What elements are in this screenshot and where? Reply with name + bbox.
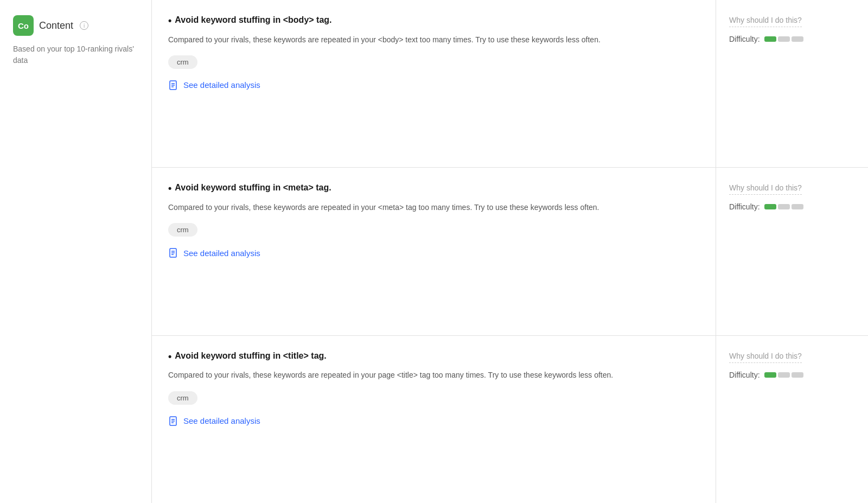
bar-seg-1-meta (764, 204, 776, 209)
issue-title-text-meta: Avoid keyword stuffing in <meta> tag. (175, 183, 331, 193)
content-area: • Avoid keyword stuffing in <body> tag. … (152, 0, 868, 503)
tag-crm-title: crm (168, 391, 197, 405)
issue-title-meta: • Avoid keyword stuffing in <meta> tag. (168, 183, 699, 195)
page-container: Co Content i Based on your top 10-rankin… (0, 0, 868, 503)
bullet-meta: • (168, 183, 171, 195)
difficulty-label-title: Difficulty: (729, 371, 760, 379)
issue-title-text-title: Avoid keyword stuffing in <title> tag. (175, 351, 326, 361)
doc-icon-meta (168, 247, 179, 258)
difficulty-bar-meta (764, 204, 803, 209)
bullet-body: • (168, 15, 171, 27)
row-meta-tag: • Avoid keyword stuffing in <meta> tag. … (152, 168, 868, 335)
sidebar-title: Content (39, 20, 73, 31)
issue-title-body: • Avoid keyword stuffing in <body> tag. (168, 15, 699, 27)
difficulty-label-meta: Difficulty: (729, 202, 760, 211)
bar-seg-1-title (764, 372, 776, 378)
issue-description-body: Compared to your rivals, these keywords … (168, 34, 699, 46)
issue-description-meta: Compared to your rivals, these keywords … (168, 201, 699, 213)
see-analysis-link-body[interactable]: See detailed analysis (168, 80, 260, 91)
main-content-meta: • Avoid keyword stuffing in <meta> tag. … (152, 168, 716, 335)
content-icon: Co (13, 15, 34, 36)
bar-seg-2-meta (778, 204, 790, 209)
tag-crm-body: crm (168, 55, 197, 69)
tags-row-title: crm (168, 391, 699, 405)
difficulty-label-body: Difficulty: (729, 35, 760, 43)
difficulty-row-title: Difficulty: (729, 371, 855, 379)
doc-icon-title (168, 416, 179, 426)
issue-title-text-body: Avoid keyword stuffing in <body> tag. (175, 15, 331, 25)
bullet-title: • (168, 351, 171, 363)
why-link-meta[interactable]: Why should I do this? (729, 183, 802, 195)
row-body-tag: • Avoid keyword stuffing in <body> tag. … (152, 0, 868, 168)
bar-seg-2-title (778, 372, 790, 378)
bar-seg-3-body (792, 36, 803, 42)
bar-seg-3-title (792, 372, 803, 378)
right-panel-meta: Why should I do this? Difficulty: (716, 168, 868, 335)
see-analysis-label-title: See detailed analysis (183, 416, 260, 425)
tags-row-body: crm (168, 55, 699, 69)
right-panel-body: Why should I do this? Difficulty: (716, 0, 868, 167)
bar-seg-3-meta (792, 204, 803, 209)
main-content-body: • Avoid keyword stuffing in <body> tag. … (152, 0, 716, 167)
see-analysis-link-title[interactable]: See detailed analysis (168, 416, 260, 426)
right-panel-title: Why should I do this? Difficulty: (716, 336, 868, 503)
doc-icon-body (168, 80, 179, 91)
issue-title-title: • Avoid keyword stuffing in <title> tag. (168, 351, 699, 363)
why-link-body[interactable]: Why should I do this? (729, 16, 802, 27)
difficulty-bar-title (764, 372, 803, 378)
why-link-title[interactable]: Why should I do this? (729, 352, 802, 363)
see-analysis-label-body: See detailed analysis (183, 80, 260, 90)
row-title-tag: • Avoid keyword stuffing in <title> tag.… (152, 336, 868, 503)
sidebar-header: Co Content i (13, 15, 138, 36)
issue-description-title: Compared to your rivals, these keywords … (168, 369, 699, 381)
see-analysis-link-meta[interactable]: See detailed analysis (168, 247, 260, 258)
sidebar: Co Content i Based on your top 10-rankin… (0, 0, 152, 503)
difficulty-row-body: Difficulty: (729, 35, 855, 43)
info-icon[interactable]: i (80, 21, 88, 30)
main-content-title: • Avoid keyword stuffing in <title> tag.… (152, 336, 716, 503)
difficulty-row-meta: Difficulty: (729, 202, 855, 211)
tag-crm-meta: crm (168, 223, 197, 237)
sidebar-description: Based on your top 10-ranking rivals' dat… (13, 43, 138, 66)
bar-seg-1-body (764, 36, 776, 42)
bar-seg-2-body (778, 36, 790, 42)
difficulty-bar-body (764, 36, 803, 42)
tags-row-meta: crm (168, 223, 699, 237)
see-analysis-label-meta: See detailed analysis (183, 249, 260, 258)
